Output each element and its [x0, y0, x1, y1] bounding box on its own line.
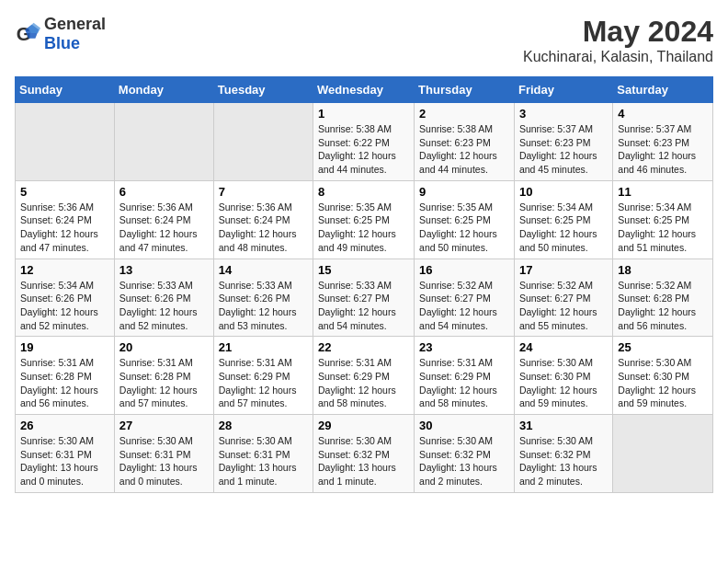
- day-info: Sunrise: 5:30 AMSunset: 6:31 PMDaylight:…: [119, 434, 209, 488]
- day-number: 30: [419, 419, 509, 432]
- calendar-cell: 14Sunrise: 5:33 AMSunset: 6:26 PMDayligh…: [213, 259, 313, 337]
- day-info: Sunrise: 5:30 AMSunset: 6:31 PMDaylight:…: [20, 434, 109, 488]
- day-info: Sunrise: 5:34 AMSunset: 6:25 PMDaylight:…: [519, 201, 608, 255]
- calendar-cell: 8Sunrise: 5:35 AMSunset: 6:25 PMDaylight…: [313, 180, 415, 259]
- day-number: 15: [318, 263, 409, 277]
- day-info: Sunrise: 5:30 AMSunset: 6:30 PMDaylight:…: [618, 356, 708, 410]
- day-number: 24: [519, 340, 608, 354]
- day-info: Sunrise: 5:34 AMSunset: 6:26 PMDaylight:…: [20, 279, 109, 333]
- day-info: Sunrise: 5:33 AMSunset: 6:27 PMDaylight:…: [318, 279, 409, 333]
- day-info: Sunrise: 5:38 AMSunset: 6:23 PMDaylight:…: [419, 122, 509, 177]
- day-number: 12: [20, 263, 109, 277]
- day-number: 10: [519, 185, 608, 199]
- calendar-cell: 7Sunrise: 5:36 AMSunset: 6:24 PMDaylight…: [213, 180, 313, 259]
- day-header-thursday: Thursday: [415, 77, 515, 103]
- day-header-monday: Monday: [114, 77, 213, 103]
- day-info: Sunrise: 5:35 AMSunset: 6:25 PMDaylight:…: [318, 201, 409, 255]
- day-info: Sunrise: 5:34 AMSunset: 6:25 PMDaylight:…: [618, 201, 708, 255]
- day-info: Sunrise: 5:35 AMSunset: 6:25 PMDaylight:…: [419, 201, 509, 255]
- day-number: 6: [119, 185, 209, 199]
- calendar-cell: 15Sunrise: 5:33 AMSunset: 6:27 PMDayligh…: [313, 259, 415, 337]
- title-block: May 2024 Kuchinarai, Kalasin, Thailand: [523, 15, 713, 65]
- page-title: May 2024: [523, 15, 713, 49]
- calendar-cell: 20Sunrise: 5:31 AMSunset: 6:28 PMDayligh…: [114, 337, 213, 415]
- day-info: Sunrise: 5:31 AMSunset: 6:29 PMDaylight:…: [318, 356, 409, 410]
- day-number: 25: [618, 340, 708, 354]
- day-info: Sunrise: 5:38 AMSunset: 6:22 PMDaylight:…: [318, 122, 409, 177]
- calendar-cell: 22Sunrise: 5:31 AMSunset: 6:29 PMDayligh…: [313, 337, 415, 415]
- day-info: Sunrise: 5:32 AMSunset: 6:27 PMDaylight:…: [519, 279, 608, 333]
- day-info: Sunrise: 5:30 AMSunset: 6:31 PMDaylight:…: [219, 434, 308, 488]
- calendar-cell: 31Sunrise: 5:30 AMSunset: 6:32 PMDayligh…: [514, 415, 612, 493]
- calendar-cell: 3Sunrise: 5:37 AMSunset: 6:23 PMDaylight…: [514, 103, 612, 181]
- day-info: Sunrise: 5:33 AMSunset: 6:26 PMDaylight:…: [219, 279, 308, 333]
- day-number: 22: [318, 340, 409, 354]
- day-info: Sunrise: 5:30 AMSunset: 6:32 PMDaylight:…: [519, 434, 608, 488]
- week-row-2: 5Sunrise: 5:36 AMSunset: 6:24 PMDaylight…: [16, 180, 713, 259]
- page-subtitle: Kuchinarai, Kalasin, Thailand: [523, 49, 713, 65]
- week-row-4: 19Sunrise: 5:31 AMSunset: 6:28 PMDayligh…: [16, 337, 713, 415]
- day-number: 4: [618, 107, 708, 121]
- calendar-cell: [16, 103, 115, 181]
- calendar-cell: 6Sunrise: 5:36 AMSunset: 6:24 PMDaylight…: [114, 180, 213, 259]
- calendar-cell: 17Sunrise: 5:32 AMSunset: 6:27 PMDayligh…: [514, 259, 612, 337]
- calendar-cell: 16Sunrise: 5:32 AMSunset: 6:27 PMDayligh…: [415, 259, 515, 337]
- day-info: Sunrise: 5:30 AMSunset: 6:30 PMDaylight:…: [519, 356, 608, 410]
- logo-icon: G: [15, 21, 40, 47]
- day-number: 27: [119, 419, 209, 432]
- day-info: Sunrise: 5:37 AMSunset: 6:23 PMDaylight:…: [618, 122, 708, 177]
- day-number: 29: [318, 419, 409, 432]
- calendar-cell: 19Sunrise: 5:31 AMSunset: 6:28 PMDayligh…: [16, 337, 115, 415]
- calendar-cell: 28Sunrise: 5:30 AMSunset: 6:31 PMDayligh…: [213, 415, 313, 493]
- calendar-cell: 13Sunrise: 5:33 AMSunset: 6:26 PMDayligh…: [114, 259, 213, 337]
- day-info: Sunrise: 5:32 AMSunset: 6:28 PMDaylight:…: [618, 279, 708, 333]
- day-number: 26: [20, 419, 109, 432]
- week-row-3: 12Sunrise: 5:34 AMSunset: 6:26 PMDayligh…: [16, 259, 713, 337]
- calendar-cell: 10Sunrise: 5:34 AMSunset: 6:25 PMDayligh…: [514, 180, 612, 259]
- day-number: 20: [119, 340, 209, 354]
- day-info: Sunrise: 5:31 AMSunset: 6:29 PMDaylight:…: [419, 356, 509, 410]
- day-number: 8: [318, 185, 409, 199]
- calendar-cell: 27Sunrise: 5:30 AMSunset: 6:31 PMDayligh…: [114, 415, 213, 493]
- calendar-cell: 4Sunrise: 5:37 AMSunset: 6:23 PMDaylight…: [613, 103, 713, 181]
- calendar-cell: 11Sunrise: 5:34 AMSunset: 6:25 PMDayligh…: [613, 180, 713, 259]
- logo: G General Blue: [15, 15, 106, 53]
- calendar-cell: 26Sunrise: 5:30 AMSunset: 6:31 PMDayligh…: [16, 415, 115, 493]
- day-header-saturday: Saturday: [613, 77, 713, 103]
- calendar-cell: 29Sunrise: 5:30 AMSunset: 6:32 PMDayligh…: [313, 415, 415, 493]
- day-number: 18: [618, 263, 708, 277]
- calendar-cell: [114, 103, 213, 181]
- day-number: 19: [20, 340, 109, 354]
- logo-blue: Blue: [44, 34, 80, 52]
- day-number: 28: [219, 419, 308, 432]
- day-header-friday: Friday: [514, 77, 612, 103]
- day-number: 7: [219, 185, 308, 199]
- day-number: 3: [519, 107, 608, 121]
- calendar-cell: 24Sunrise: 5:30 AMSunset: 6:30 PMDayligh…: [514, 337, 612, 415]
- day-info: Sunrise: 5:36 AMSunset: 6:24 PMDaylight:…: [20, 201, 109, 255]
- calendar-cell: 23Sunrise: 5:31 AMSunset: 6:29 PMDayligh…: [415, 337, 515, 415]
- calendar-header: SundayMondayTuesdayWednesdayThursdayFrid…: [16, 77, 713, 103]
- day-info: Sunrise: 5:30 AMSunset: 6:32 PMDaylight:…: [419, 434, 509, 488]
- day-number: 23: [419, 340, 509, 354]
- day-info: Sunrise: 5:31 AMSunset: 6:28 PMDaylight:…: [119, 356, 209, 410]
- day-info: Sunrise: 5:33 AMSunset: 6:26 PMDaylight:…: [119, 279, 209, 333]
- calendar-cell: 2Sunrise: 5:38 AMSunset: 6:23 PMDaylight…: [415, 103, 515, 181]
- logo-general: General: [44, 15, 106, 33]
- day-number: 2: [419, 107, 509, 121]
- calendar-cell: 1Sunrise: 5:38 AMSunset: 6:22 PMDaylight…: [313, 103, 415, 181]
- day-number: 11: [618, 185, 708, 199]
- week-row-5: 26Sunrise: 5:30 AMSunset: 6:31 PMDayligh…: [16, 415, 713, 493]
- calendar-table: SundayMondayTuesdayWednesdayThursdayFrid…: [15, 76, 713, 493]
- calendar-cell: 12Sunrise: 5:34 AMSunset: 6:26 PMDayligh…: [16, 259, 115, 337]
- week-row-1: 1Sunrise: 5:38 AMSunset: 6:22 PMDaylight…: [16, 103, 713, 181]
- day-number: 5: [20, 185, 109, 199]
- calendar-cell: 25Sunrise: 5:30 AMSunset: 6:30 PMDayligh…: [613, 337, 713, 415]
- calendar-cell: 9Sunrise: 5:35 AMSunset: 6:25 PMDaylight…: [415, 180, 515, 259]
- day-info: Sunrise: 5:37 AMSunset: 6:23 PMDaylight:…: [519, 122, 608, 177]
- day-number: 9: [419, 185, 509, 199]
- calendar-cell: 5Sunrise: 5:36 AMSunset: 6:24 PMDaylight…: [16, 180, 115, 259]
- day-number: 21: [219, 340, 308, 354]
- calendar-body: 1Sunrise: 5:38 AMSunset: 6:22 PMDaylight…: [16, 103, 713, 493]
- header-row: SundayMondayTuesdayWednesdayThursdayFrid…: [16, 77, 713, 103]
